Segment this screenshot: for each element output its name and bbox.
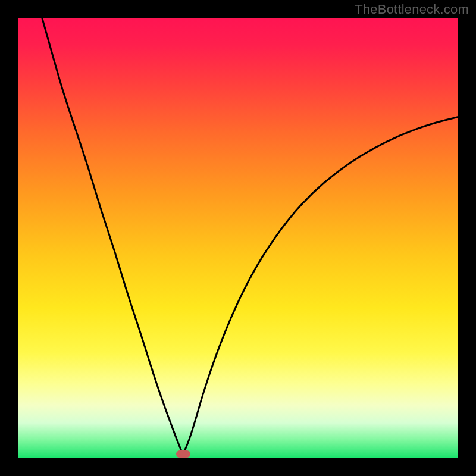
watermark-text: TheBottleneck.com	[355, 2, 469, 17]
bottleneck-curve	[42, 18, 458, 454]
chart-container: TheBottleneck.com	[0, 0, 476, 476]
curve-layer	[18, 18, 458, 458]
minimum-marker	[176, 450, 190, 458]
plot-area	[18, 18, 458, 458]
